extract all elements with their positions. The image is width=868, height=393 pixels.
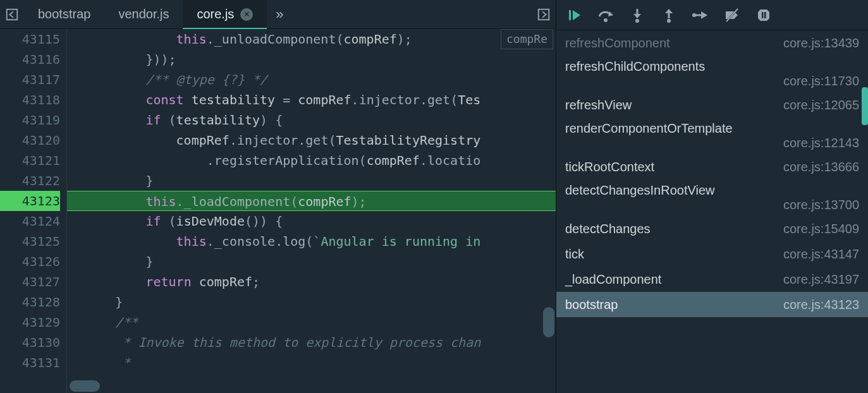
- line-number[interactable]: 43121: [0, 150, 60, 171]
- code-line[interactable]: /**: [67, 312, 556, 332]
- svg-point-7: [667, 19, 671, 23]
- frame-location: core.js:43147: [783, 247, 859, 262]
- code-line[interactable]: }: [67, 292, 556, 312]
- tabs-overflow-button[interactable]: »: [267, 6, 292, 23]
- step-over-button[interactable]: [597, 6, 614, 24]
- frame-function: refreshView: [565, 98, 632, 112]
- line-number[interactable]: 43122: [0, 171, 60, 191]
- frame-location: core.js:15409: [783, 222, 859, 236]
- stack-frame[interactable]: renderComponentOrTemplatecore.js:12143: [556, 118, 868, 154]
- line-number[interactable]: 43130: [0, 332, 60, 353]
- frame-function: tickRootContext: [565, 160, 654, 174]
- stack-frame[interactable]: bootstrapcore.js:43123: [556, 292, 868, 317]
- code-line[interactable]: if (testability) {: [67, 110, 556, 130]
- code-line[interactable]: }: [67, 251, 556, 272]
- svg-rect-1: [539, 9, 549, 20]
- line-number[interactable]: 43125: [0, 231, 60, 251]
- stack-frame[interactable]: tickRootContextcore.js:13666: [556, 154, 868, 179]
- frame-function: detectChangesInRootView: [565, 183, 714, 198]
- frame-location: core.js:13666: [783, 160, 859, 174]
- code-line[interactable]: * Invoke this method to explicitly proce…: [67, 332, 556, 353]
- frame-function: bootstrap: [565, 298, 618, 312]
- stack-frame[interactable]: refreshChildComponentscore.js:11730: [556, 56, 868, 92]
- tab-core-js[interactable]: core.js✕: [183, 0, 267, 29]
- code-line[interactable]: }));: [67, 49, 556, 70]
- frame-location: core.js:12143: [783, 136, 859, 150]
- vertical-scrollbar-thumb[interactable]: [543, 307, 554, 337]
- frame-function: tick: [565, 247, 584, 262]
- svg-point-5: [635, 19, 639, 23]
- code-editor[interactable]: 4311543116431174311843119431204312143122…: [0, 29, 556, 393]
- debugger-panel: refreshComponentcore.js:13439refreshChil…: [556, 0, 868, 393]
- stack-frame[interactable]: detectChangesInRootViewcore.js:13700: [556, 179, 868, 216]
- line-number[interactable]: 43120: [0, 130, 60, 150]
- line-number[interactable]: 43129: [0, 312, 60, 332]
- line-number[interactable]: 43115: [0, 29, 60, 49]
- tab-label: vendor.js: [118, 7, 169, 21]
- stack-frame[interactable]: refreshViewcore.js:12065: [556, 92, 868, 118]
- line-number[interactable]: 43126: [0, 251, 60, 272]
- code-line[interactable]: compRef.injector.get(TestabilityRegistry: [67, 130, 556, 150]
- pause-button[interactable]: [755, 6, 773, 24]
- line-number[interactable]: 43116: [0, 49, 60, 70]
- svg-rect-13: [764, 12, 766, 18]
- frame-location: core.js:12065: [783, 98, 859, 112]
- line-number[interactable]: 43119: [0, 110, 60, 130]
- nav-back-button[interactable]: [0, 8, 24, 21]
- frame-location: core.js:11730: [783, 74, 859, 88]
- code-line[interactable]: }: [67, 171, 556, 191]
- stack-frame[interactable]: detectChangescore.js:15409: [556, 216, 868, 241]
- code-line[interactable]: this._unloadComponent(compRef);: [67, 29, 556, 49]
- line-number[interactable]: 43128: [0, 292, 60, 312]
- svg-rect-2: [569, 10, 571, 20]
- step-out-button[interactable]: [660, 6, 678, 24]
- frame-location: core.js:13439: [783, 36, 859, 51]
- stack-frame[interactable]: refreshComponentcore.js:13439: [556, 30, 868, 56]
- code-line[interactable]: *: [67, 353, 556, 373]
- frame-function: refreshComponent: [565, 36, 670, 51]
- line-number[interactable]: 43131: [0, 353, 60, 373]
- step-into-button[interactable]: [628, 6, 646, 24]
- frame-function: _loadComponent: [565, 272, 661, 287]
- inline-value-hint: compRe: [501, 29, 553, 49]
- tab-vendor-js[interactable]: vendor.js: [104, 0, 183, 29]
- code-line[interactable]: .registerApplication(compRef.locatio: [67, 150, 556, 171]
- line-number[interactable]: 43127: [0, 272, 60, 292]
- frame-function: refreshChildComponents: [565, 59, 705, 74]
- tab-label: bootstrap: [38, 7, 90, 21]
- call-stack: refreshComponentcore.js:13439refreshChil…: [556, 30, 868, 393]
- side-scrollbar-thumb[interactable]: [862, 87, 868, 125]
- code-line[interactable]: if (isDevMode()) {: [67, 211, 556, 231]
- stack-frame[interactable]: tickcore.js:43147: [556, 241, 868, 267]
- sources-panel: bootstrapvendor.jscore.js✕ » 43115431164…: [0, 0, 556, 393]
- code-content[interactable]: compRe this._unloadComponent(compRef); }…: [67, 29, 556, 393]
- nav-forward-button[interactable]: [532, 8, 556, 21]
- line-number[interactable]: 43118: [0, 90, 60, 110]
- code-line[interactable]: this._console.log(`Angular is running in: [67, 231, 556, 251]
- stack-frame[interactable]: _loadComponentcore.js:43197: [556, 267, 868, 292]
- svg-rect-12: [762, 12, 764, 18]
- tab-label: core.js: [197, 7, 234, 21]
- line-number[interactable]: 43117: [0, 70, 60, 90]
- line-number[interactable]: 43123: [0, 191, 60, 211]
- code-line[interactable]: const testability = compRef.injector.get…: [67, 90, 556, 110]
- code-line[interactable]: return compRef;: [67, 272, 556, 292]
- side-scrollbar-track[interactable]: [862, 30, 868, 393]
- step-button[interactable]: [692, 6, 709, 24]
- frame-function: renderComponentOrTemplate: [565, 121, 733, 136]
- deactivate-breakpoints-button[interactable]: [723, 6, 741, 24]
- svg-point-9: [692, 13, 696, 17]
- frame-location: core.js:43123: [783, 298, 859, 312]
- chevron-double-right-icon: »: [276, 6, 283, 23]
- resume-button[interactable]: [565, 6, 583, 24]
- svg-rect-0: [7, 9, 18, 20]
- code-line[interactable]: this._loadComponent(compRef);: [67, 191, 556, 211]
- frame-location: core.js:43197: [783, 272, 859, 287]
- code-line[interactable]: /** @type {?} */: [67, 70, 556, 90]
- close-icon[interactable]: ✕: [240, 8, 253, 21]
- tab-bootstrap[interactable]: bootstrap: [24, 0, 104, 29]
- horizontal-scrollbar-thumb[interactable]: [70, 380, 100, 392]
- line-number[interactable]: 43124: [0, 211, 60, 231]
- tab-bar: bootstrapvendor.jscore.js✕ »: [0, 0, 556, 29]
- frame-function: detectChanges: [565, 222, 651, 236]
